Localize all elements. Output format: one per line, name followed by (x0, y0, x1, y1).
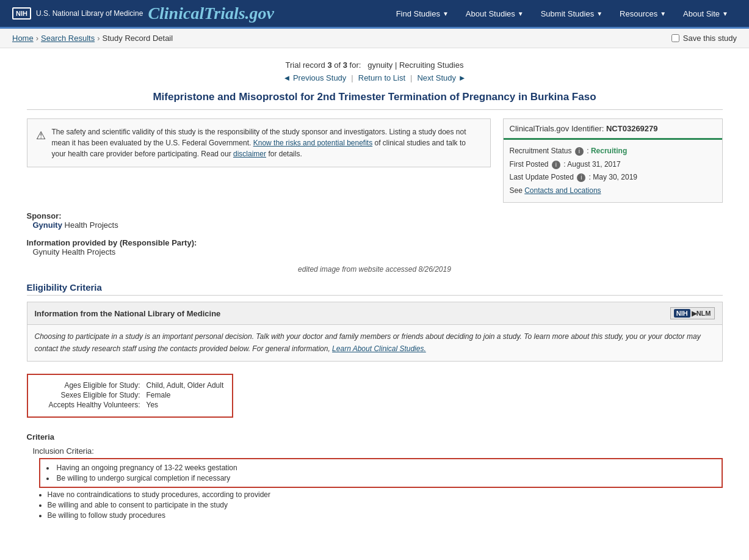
logo-area: NIH U.S. National Library of Medicine Cl… (12, 4, 274, 23)
last-update-label: Last Update Posted (510, 173, 574, 181)
warning-text: The safety and scientific validity of th… (52, 126, 482, 159)
responsible-party-value: Gynuity Health Projects (33, 247, 116, 256)
learn-about-link[interactable]: Learn About Clinical Studies. (332, 344, 426, 353)
nav-about-site[interactable]: About Site ▼ (675, 4, 737, 23)
last-update-row: Last Update Posted i : May 30, 2019 (510, 171, 716, 184)
eligibility-table-box: Ages Eligible for Study: Child, Adult, O… (27, 374, 234, 418)
eligibility-header: Eligibility Criteria (27, 282, 723, 296)
list-item: Be willing to undergo surgical completio… (46, 474, 715, 482)
criteria-title: Criteria (27, 432, 723, 442)
nlm-header: Information from the National Library of… (27, 302, 722, 325)
record-nav-links: ◄ Previous Study | Return to List | Next… (27, 73, 723, 82)
nav-resources[interactable]: Resources ▼ (611, 4, 675, 23)
first-posted-value: August 31, 2017 (567, 160, 620, 169)
breadcrumb: Home › Search Results › Study Record Det… (12, 34, 173, 43)
responsible-party-label: Information provided by (Responsible Par… (27, 238, 197, 247)
list-item: Have no contraindications to study proce… (48, 490, 723, 499)
top-navigation: NIH U.S. National Library of Medicine Cl… (0, 0, 749, 29)
first-posted-info-icon[interactable]: i (552, 161, 560, 169)
save-study-area: Save this study (671, 34, 737, 43)
save-study-checkbox[interactable] (671, 34, 679, 42)
list-item: Be willing and able to consent to partic… (48, 501, 723, 509)
left-column: ⚠ The safety and scientific validity of … (27, 118, 491, 203)
nav-links: Find Studies ▼ About Studies ▼ Submit St… (388, 4, 737, 23)
breadcrumb-current: Study Record Detail (103, 34, 173, 43)
breadcrumb-search-results[interactable]: Search Results (41, 34, 95, 43)
nav-find-studies[interactable]: Find Studies ▼ (388, 4, 457, 23)
nlm-box: Information from the National Library of… (27, 302, 723, 361)
volunteers-label: Accepts Healthy Volunteers: (37, 401, 140, 409)
breadcrumb-sep-1: › (36, 34, 38, 43)
breadcrumb-home[interactable]: Home (12, 34, 34, 43)
inclusion-highlighted-list: Having an ongoing pregnancy of 13-22 wee… (39, 458, 723, 488)
nlm-body: Choosing to participate in a study is an… (27, 325, 722, 360)
study-title: Mifepristone and Misoprostol for 2nd Tri… (27, 91, 723, 110)
recruitment-value: Recruiting (591, 147, 627, 155)
nlm-badge: NIH ▶NLM (670, 307, 715, 319)
contacts-link[interactable]: Contacts and Locations (524, 186, 601, 195)
two-col-layout: ⚠ The safety and scientific validity of … (27, 118, 723, 203)
record-total: 3 (343, 60, 347, 70)
sponsor-label: Sponsor: (27, 211, 62, 220)
sponsor-name: Gynuity (33, 220, 62, 230)
list-item: Having an ongoing pregnancy of 13-22 wee… (46, 464, 715, 472)
warning-box: ⚠ The safety and scientific validity of … (27, 118, 491, 167)
recruitment-row: Recruitment Status i : Recruiting (510, 145, 716, 158)
nih-tagline: U.S. National Library of Medicine (36, 9, 143, 18)
responsible-party-section: Information provided by (Responsible Par… (27, 238, 723, 256)
identifier-header: ClinicalTrials.gov Identifier: NCT032692… (504, 119, 722, 140)
recruitment-label: Recruitment Status (510, 147, 572, 155)
nav-submit-studies[interactable]: Submit Studies ▼ (532, 4, 611, 23)
nlm-label: ▶NLM (692, 310, 711, 318)
risks-link[interactable]: Know the risks and potential benefits (253, 139, 372, 147)
next-study-link[interactable]: Next Study ► (417, 73, 466, 82)
inclusion-title: Inclusion Criteria: (33, 446, 723, 456)
trial-nav: Trial record 3 of 3 for: gynuity | Recru… (27, 60, 723, 82)
ages-row: Ages Eligible for Study: Child, Adult, O… (37, 381, 224, 390)
first-posted-label: First Posted (510, 160, 549, 169)
sexes-row: Sexes Eligible for Study: Female (37, 391, 224, 399)
recruitment-info-icon[interactable]: i (575, 147, 584, 156)
nav-about-studies[interactable]: About Studies ▼ (457, 4, 532, 23)
record-current: 3 (327, 60, 331, 70)
identifier-value: NCT03269279 (606, 124, 658, 133)
sponsor-name-rest: Health Projects (62, 220, 118, 230)
main-content: Trial record 3 of 3 for: gynuity | Recru… (15, 48, 735, 534)
save-study-label: Save this study (683, 34, 737, 43)
identifier-box: ClinicalTrials.gov Identifier: NCT032692… (503, 118, 723, 203)
identifier-label: ClinicalTrials.gov Identifier: (510, 124, 604, 133)
nih-badge-nlm: NIH (674, 309, 690, 318)
sexes-label: Sexes Eligible for Study: (37, 391, 140, 399)
breadcrumb-bar: Home › Search Results › Study Record Det… (0, 29, 749, 48)
edited-note: edited image from website accessed 8/26/… (27, 265, 723, 274)
volunteers-row: Accepts Healthy Volunteers: Yes (37, 401, 224, 409)
right-column: ClinicalTrials.gov Identifier: NCT032692… (503, 118, 723, 203)
warning-icon: ⚠ (36, 128, 46, 159)
warning-text-after: for details. (268, 150, 302, 158)
contacts-row: See Contacts and Locations (510, 184, 716, 198)
prev-study-link[interactable]: ◄ Previous Study (283, 73, 346, 82)
first-posted-row: First Posted i : August 31, 2017 (510, 158, 716, 172)
site-title-link[interactable]: ClinicalTrials.gov (148, 4, 274, 23)
last-update-info-icon[interactable]: i (577, 173, 585, 182)
ages-label: Ages Eligible for Study: (37, 381, 140, 390)
record-info: Trial record 3 of 3 for: gynuity | Recru… (27, 60, 723, 70)
record-query: gynuity | Recruiting Studies (367, 60, 463, 70)
volunteers-value: Yes (147, 401, 159, 409)
list-item: Be willing to follow study procedures (48, 511, 723, 520)
disclaimer-link[interactable]: disclaimer (233, 150, 266, 158)
breadcrumb-sep-2: › (97, 34, 100, 43)
inclusion-normal-list: Have no contraindications to study proce… (48, 490, 723, 520)
nlm-header-title: Information from the National Library of… (35, 309, 221, 318)
sponsor-section: Sponsor: Gynuity Health Projects (27, 211, 723, 230)
identifier-body: Recruitment Status i : Recruiting First … (504, 140, 722, 202)
ages-value: Child, Adult, Older Adult (147, 381, 224, 390)
sexes-value: Female (147, 391, 171, 399)
nih-badge: NIH (12, 7, 31, 20)
last-update-value: May 30, 2019 (593, 173, 637, 181)
criteria-section: Criteria Inclusion Criteria: Having an o… (27, 432, 723, 520)
return-to-list-link[interactable]: Return to List (358, 73, 405, 82)
